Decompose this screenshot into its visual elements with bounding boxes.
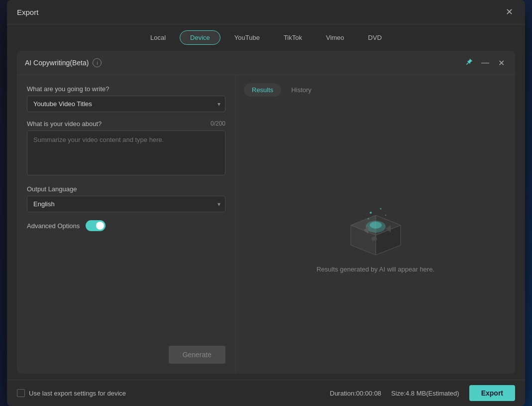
card-close-button[interactable]: ✕	[495, 57, 507, 69]
svg-point-7	[380, 208, 381, 209]
results-tab[interactable]: Results	[244, 83, 281, 97]
tab-dvd[interactable]: DVD	[358, 31, 392, 44]
results-tabs: Results History	[244, 83, 507, 97]
svg-point-9	[367, 218, 369, 219]
language-select-wrapper: English Spanish French German Chinese Ja…	[27, 196, 225, 212]
results-empty-text: Results generated by AI will appear here…	[317, 266, 434, 273]
pin-button[interactable]	[463, 57, 475, 69]
write-select[interactable]: Youtube Video Titles Blog Post Social Me…	[27, 96, 225, 112]
dialog-close-button[interactable]: ✕	[503, 6, 515, 18]
dialog-title: Export	[17, 8, 38, 16]
card-body: What are you going to write? Youtube Vid…	[17, 75, 515, 374]
dialog-footer: Use last export settings for device Dura…	[7, 380, 525, 406]
video-about-label: What is your video about? 0/200	[27, 120, 225, 128]
card-title-row: AI Copywriting(Beta) i	[25, 58, 102, 67]
dialog-content: AI Copywriting(Beta) i — ✕	[7, 51, 525, 380]
tab-device[interactable]: Device	[180, 30, 220, 45]
tab-youtube[interactable]: YouTube	[224, 31, 270, 44]
inner-card-header: AI Copywriting(Beta) i — ✕	[17, 51, 515, 75]
history-tab[interactable]: History	[283, 83, 319, 97]
left-panel: What are you going to write? Youtube Vid…	[17, 75, 236, 374]
toggle-thumb	[96, 222, 104, 230]
generate-button[interactable]: Generate	[169, 346, 225, 364]
card-actions: — ✕	[463, 57, 507, 69]
footer-left: Use last export settings for device	[17, 389, 126, 397]
video-textarea[interactable]	[27, 131, 225, 175]
toggle-track	[86, 220, 106, 231]
empty-state-illustration	[341, 198, 411, 258]
video-about-field: What is your video about? 0/200	[27, 120, 225, 177]
size-stat: Size:4.8 MB(Estimated)	[391, 390, 459, 397]
language-label: Output Language	[27, 185, 225, 193]
advanced-options-row: Advanced Options	[27, 220, 225, 231]
write-field: What are you going to write? Youtube Vid…	[27, 85, 225, 112]
tab-vimeo[interactable]: Vimeo	[316, 31, 354, 44]
results-body: Results generated by AI will appear here…	[244, 105, 507, 366]
card-title: AI Copywriting(Beta)	[25, 59, 89, 67]
info-icon[interactable]: i	[93, 58, 102, 67]
advanced-options-label: Advanced Options	[27, 222, 80, 230]
footer-right: Duration:00:00:08 Size:4.8 MB(Estimated)…	[330, 385, 515, 401]
write-label: What are you going to write?	[27, 85, 225, 93]
ai-copywriting-card: AI Copywriting(Beta) i — ✕	[17, 51, 515, 374]
tab-tiktok[interactable]: TikTok	[274, 31, 312, 44]
right-panel: Results History	[236, 75, 515, 374]
export-tab-bar: Local Device YouTube TikTok Vimeo DVD	[7, 24, 525, 51]
language-select[interactable]: English Spanish French German Chinese Ja…	[27, 196, 225, 212]
advanced-options-toggle[interactable]	[86, 220, 106, 231]
textarea-wrapper	[27, 131, 225, 177]
minimize-button[interactable]: —	[479, 57, 491, 69]
write-select-wrapper: Youtube Video Titles Blog Post Social Me…	[27, 96, 225, 112]
duration-stat: Duration:00:00:08	[330, 390, 381, 397]
svg-point-5	[370, 222, 382, 229]
char-count: 0/200	[211, 120, 225, 127]
last-settings-checkbox[interactable]	[17, 389, 25, 397]
language-field: Output Language English Spanish French G…	[27, 185, 225, 212]
export-button[interactable]: Export	[469, 385, 515, 401]
last-settings-label: Use last export settings for device	[29, 390, 126, 397]
svg-point-8	[385, 215, 386, 216]
svg-point-6	[370, 212, 372, 214]
generate-btn-row: Generate	[27, 342, 225, 364]
tab-local[interactable]: Local	[140, 31, 176, 44]
